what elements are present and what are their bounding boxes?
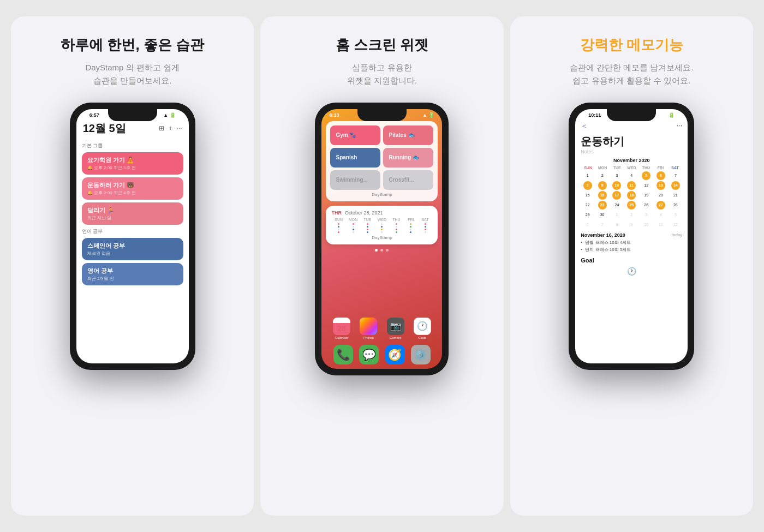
calendar-icon[interactable]: ⊞ <box>159 124 164 132</box>
widget-label-2: DayStamp <box>331 235 432 240</box>
bottom-app-phone[interactable]: 📞 <box>333 345 353 364</box>
phone3-nav: ＜ ··· <box>581 119 682 134</box>
cal-cell-1b: 1 <box>612 211 621 219</box>
widget-spanish[interactable]: Spanish <box>330 148 380 168</box>
cal-cell-22: 22 <box>583 201 592 210</box>
cal-cell-11b: 11 <box>656 220 665 229</box>
habit-card-5[interactable]: 영어 공부 최근 2개월 전 <box>82 263 183 285</box>
habit-card-2[interactable]: 운동하러 가기 🐻 🔔 오후 2:00 최근 4주 전 <box>82 177 183 200</box>
cal-cell-28: 28 <box>671 201 680 210</box>
habit-sub-1: 🔔 오후 2:00 최근 3주 전 <box>87 165 178 171</box>
cal-cell-10: 10 <box>612 181 621 190</box>
cal-cell-8b: 8 <box>612 220 621 229</box>
cal-cell-21: 21 <box>671 191 680 200</box>
note-1: 덤벨 프레스 10회 4세트 <box>581 240 682 246</box>
cal-wed: WED <box>624 165 639 170</box>
cal-cell-12b: 12 <box>671 220 680 229</box>
cal-date-str: October 28, 2021 <box>345 210 383 216</box>
more-icon[interactable]: ··· <box>177 124 182 132</box>
cal-cell-7b: 7 <box>598 220 607 229</box>
cal-cell-2b: 2 <box>627 211 636 219</box>
cal-cell-16: 16 <box>598 191 607 200</box>
widget-pilates[interactable]: Pilates 🐟 <box>383 125 433 145</box>
clock-icon: 🕐 <box>581 267 682 276</box>
cal-cell-19: 19 <box>642 191 650 200</box>
page-dot-2 <box>380 249 383 252</box>
calendar-dock-icon: 28 <box>333 318 350 335</box>
more-button[interactable]: ··· <box>676 121 682 131</box>
widget-swimming[interactable]: Swimming... <box>330 170 380 190</box>
habit-title-2: 운동하러 가기 🐻 <box>87 181 178 189</box>
dock-photos-label: Photos <box>363 336 374 339</box>
mini-cal-header: SUN MON TUE WED THU FRI SAT <box>581 165 682 170</box>
cal-cell-14: 14 <box>671 181 680 190</box>
date-section: November 16, 2020 today <box>581 232 682 238</box>
clock-dock-icon: 🕐 <box>414 318 431 335</box>
phone-1: 6:57 ▲ 🔋 12월 5일 ⊞ + ··· 기본 그룹 요가학원 가기 🧘 … <box>70 103 195 370</box>
bottom-apps: 📞 💬 🧭 ⚙️ <box>321 343 442 369</box>
date-section-today: today <box>672 232 683 237</box>
habit-title-5: 영어 공부 <box>87 267 178 275</box>
cal-cell-5b: 5 <box>671 211 680 219</box>
mini-calendar: November 2020 SUN MON TUE WED THU FRI SA… <box>581 158 682 229</box>
date-section-date: November 16, 2020 <box>581 232 625 238</box>
panel2-subtitle: 심플하고 유용한위젯을 지원합니다. <box>347 61 417 87</box>
habit-card-3[interactable]: 달리기 🏃 최근 지난 달 <box>82 202 183 225</box>
phone1-status-icons: ▲ 🔋 <box>163 112 175 118</box>
note-2: 벤치 프레스 10회 5세트 <box>581 247 682 253</box>
cal-cell-27: 27 <box>656 201 665 210</box>
page-dot-1 <box>375 249 378 252</box>
phone3-screen-title: 운동하기 <box>581 134 682 149</box>
habit-card-1[interactable]: 요가학원 가기 🧘 🔔 오후 2:00 최근 3주 전 <box>82 152 183 175</box>
widget-running[interactable]: Running 🐟 <box>383 148 433 168</box>
cal-col-wed: WED <box>375 218 389 222</box>
cal-fri: FRI <box>653 165 668 170</box>
dock-calendar-label: Calendar <box>335 336 348 339</box>
add-icon[interactable]: + <box>169 124 172 132</box>
page-dot-3 <box>386 249 389 252</box>
bottom-app-messages[interactable]: 💬 <box>359 345 379 364</box>
page-dots <box>321 247 442 254</box>
group2-label: 언어 공부 <box>82 228 183 235</box>
dock-area: 28 Calendar Photos 📷 Camera 🕐 Cloc <box>321 313 442 343</box>
dock-camera[interactable]: 📷 Camera <box>387 318 404 339</box>
panel1-title: 하루에 한번, 좋은 습관 <box>61 36 204 55</box>
habit-card-4[interactable]: 스페인어 공부 체크인 없음 <box>82 238 183 260</box>
bottom-app-safari[interactable]: 🧭 <box>385 345 405 364</box>
phone-3: 10:11 🔋 ＜ ··· 운동하기 Notes November 2020 S… <box>569 103 694 370</box>
phone1-screen: 6:57 ▲ 🔋 12월 5일 ⊞ + ··· 기본 그룹 요가학원 가기 🧘 … <box>76 109 189 363</box>
panel-1: 하루에 한번, 좋은 습관 DayStamp 와 편하고 쉽게습관을 만들어보세… <box>11 16 254 516</box>
widget-gym[interactable]: Gym 🐾 <box>330 125 380 145</box>
phone1-date: 12월 5일 <box>83 121 126 136</box>
dock-clock[interactable]: 🕐 Clock <box>414 318 431 339</box>
mini-cal-title: November 2020 <box>581 158 682 163</box>
cal-cell-10b: 10 <box>642 220 650 229</box>
panel-2: 홈 스크린 위젯 심플하고 유용한위젯을 지원합니다. 6:13 ▲ 🔋 Gym… <box>260 16 503 516</box>
cal-cell-29: 29 <box>583 211 592 219</box>
widget-crossfit[interactable]: Crossfit... <box>383 170 433 190</box>
dock-clock-label: Clock <box>418 336 426 339</box>
phone1-action-icons: ⊞ + ··· <box>159 124 182 132</box>
mini-cal-grid: 1 2 3 4 5 6 7 8 9 10 11 12 13 1 <box>581 171 682 229</box>
cal-col-thu: THU <box>389 218 403 222</box>
cal-cell-1: 1 <box>583 171 592 180</box>
cal-cell-13: 13 <box>656 181 665 190</box>
cal-cell-26: 26 <box>642 201 650 210</box>
panel1-subtitle: DayStamp 와 편하고 쉽게습관을 만들어보세요. <box>85 61 180 87</box>
back-button[interactable]: ＜ <box>581 121 588 131</box>
cal-col-mon: MON <box>346 218 360 222</box>
cal-cell-5: 5 <box>642 171 650 180</box>
cal-cell-3b: 3 <box>642 211 650 219</box>
cal-day-label: THR <box>331 210 342 216</box>
dock-photos[interactable]: Photos <box>360 318 377 339</box>
phone2-screen: 6:13 ▲ 🔋 Gym 🐾 Pilates 🐟 Spanish Running… <box>321 109 442 369</box>
cal-cell-9: 9 <box>598 181 607 190</box>
phone3-time: 10:11 <box>588 112 601 118</box>
calendar-widget: THR October 28, 2021 SUN MON TUE WED THU… <box>326 206 438 244</box>
bottom-app-settings[interactable]: ⚙️ <box>411 345 431 364</box>
cal-cell-11: 11 <box>627 181 636 190</box>
cal-cell-7: 7 <box>671 171 680 180</box>
habit-sub-2: 🔔 오후 2:00 최근 4주 전 <box>87 190 178 196</box>
dock-calendar[interactable]: 28 Calendar <box>333 318 350 339</box>
habit-title-4: 스페인어 공부 <box>87 242 178 250</box>
